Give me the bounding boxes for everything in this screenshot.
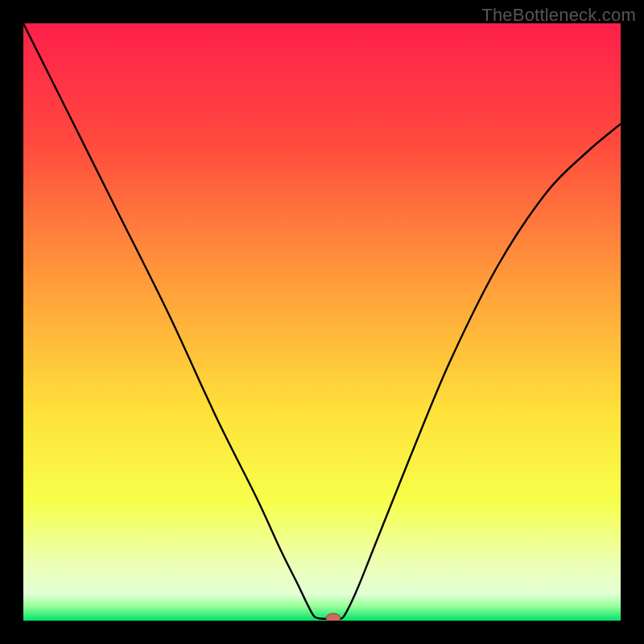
plot-area bbox=[23, 23, 621, 621]
chart-frame: TheBottleneck.com bbox=[0, 0, 644, 644]
gradient-background bbox=[23, 23, 621, 621]
optimal-point-marker bbox=[326, 613, 341, 621]
bottleneck-chart bbox=[23, 23, 621, 621]
